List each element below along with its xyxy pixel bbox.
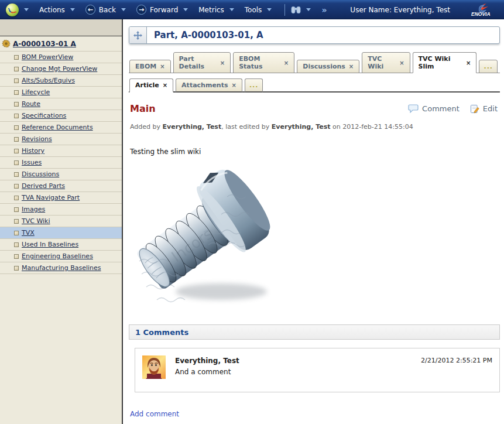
tab-overflow[interactable]: ... <box>479 60 498 73</box>
sidebar-item-label[interactable]: Specifications <box>22 112 66 119</box>
page-icon <box>14 149 19 153</box>
expand-title-button[interactable] <box>129 27 147 43</box>
edit-button-label: Edit <box>483 104 498 113</box>
sidebar-item-alts-subs-equivs[interactable]: Alts/Subs/Equivs <box>0 75 122 87</box>
sidebar-item-label[interactable]: TVA Navigate Part <box>22 194 80 201</box>
sidebar-item-label[interactable]: Used In Baselines <box>22 241 78 248</box>
forward-button[interactable]: → Forward <box>136 5 188 15</box>
sidebar-item-label[interactable]: TVC Wiki <box>22 217 50 225</box>
tab-label: EBOM Status <box>239 55 280 70</box>
comment-author: Everything, Test <box>175 357 239 365</box>
comment-button-label: Comment <box>422 104 460 113</box>
sidebar-item-issues[interactable]: Issues <box>0 157 122 169</box>
sidebar-item-lifecycle[interactable]: Lifecycle <box>0 87 122 98</box>
sidebar-item-label[interactable]: Manufacturing Baselines <box>22 264 101 272</box>
chevron-down-icon[interactable] <box>306 8 311 11</box>
sidebar-item-tvc-wiki[interactable]: TVC Wiki <box>0 216 122 227</box>
tab-tvc-wiki[interactable]: TVC Wiki × <box>362 52 410 73</box>
article-image-screw: Incors <box>133 162 274 308</box>
close-icon[interactable]: × <box>284 60 289 66</box>
tab-overflow[interactable]: ... <box>245 78 263 93</box>
sidebar: A-0000103-01 A BOM PowerView Change Mgt … <box>0 19 122 424</box>
tab-label: Article <box>135 81 159 89</box>
sidebar-item-change-mgt-powerview[interactable]: Change Mgt PowerView <box>0 63 122 75</box>
sidebar-item-manufacturing-baselines[interactable]: Manufacturing Baselines <box>0 262 122 274</box>
comments-header-bar: 1 Comments <box>129 324 500 340</box>
close-icon[interactable]: × <box>160 63 164 70</box>
page-icon <box>14 266 19 271</box>
sidebar-item-tvx[interactable]: TVX <box>0 227 122 239</box>
app-menu[interactable] <box>6 4 29 16</box>
add-comment-link[interactable]: Add comment <box>129 410 179 418</box>
tab-ebom-status[interactable]: EBOM Status × <box>233 52 294 73</box>
chevron-down-icon <box>70 8 75 11</box>
page-icon <box>14 90 19 95</box>
tab-attachments[interactable]: Attachments × <box>176 78 242 93</box>
sidebar-item-label[interactable]: Route <box>22 100 40 108</box>
sidebar-item-label[interactable]: Revisions <box>22 135 52 143</box>
sidebar-item-revisions[interactable]: Revisions <box>0 134 122 145</box>
tab-label: EBOM <box>135 63 156 70</box>
overflow-dots-icon: ... <box>484 63 493 70</box>
tab-part-details[interactable]: Part Details × <box>173 52 231 73</box>
close-icon[interactable]: × <box>231 82 236 88</box>
sidebar-item-label[interactable]: TVX <box>22 229 35 237</box>
sidebar-root-item[interactable]: A-0000103-01 A <box>0 36 122 52</box>
forward-button-label: Forward <box>150 6 178 14</box>
overflow-dots-icon: ... <box>249 81 259 89</box>
sidebar-root-link[interactable]: A-0000103-01 A <box>13 40 76 48</box>
tools-menu[interactable]: Tools <box>245 6 272 14</box>
sidebar-item-used-in-baselines[interactable]: Used In Baselines <box>0 239 122 251</box>
back-arrow-icon: ← <box>85 5 95 15</box>
search-button[interactable] <box>291 6 311 14</box>
article-title: Main <box>130 103 156 114</box>
object-title-bar: Part, A-0000103-01, A <box>129 26 500 44</box>
sidebar-item-derived-parts[interactable]: Derived Parts <box>0 180 122 192</box>
close-icon[interactable]: × <box>220 60 225 66</box>
sidebar-item-label[interactable]: Discussions <box>22 170 59 178</box>
sidebar-item-reference-documents[interactable]: Reference Documents <box>0 122 122 134</box>
tab-discussions[interactable]: Discussions × <box>297 60 359 73</box>
close-icon[interactable]: × <box>399 60 404 66</box>
sidebar-item-label[interactable]: Lifecycle <box>22 88 50 96</box>
sidebar-item-label[interactable]: Derived Parts <box>22 182 65 190</box>
binoculars-icon <box>291 6 301 14</box>
tab-label: Attachments <box>181 81 228 89</box>
sidebar-item-label[interactable]: Images <box>22 206 45 213</box>
actions-menu[interactable]: Actions <box>39 6 75 14</box>
chevron-down-icon[interactable] <box>121 8 126 11</box>
chevron-down-icon[interactable] <box>24 8 29 11</box>
close-icon[interactable]: × <box>466 60 471 66</box>
sidebar-item-label[interactable]: Reference Documents <box>22 124 93 131</box>
sidebar-item-bom-powerview[interactable]: BOM PowerView <box>0 52 122 63</box>
tab-article[interactable]: Article × <box>129 78 173 93</box>
sidebar-item-tva-navigate-part[interactable]: TVA Navigate Part <box>0 192 122 204</box>
tab-ebom[interactable]: EBOM × <box>129 60 171 73</box>
sidebar-item-label[interactable]: Issues <box>22 159 42 166</box>
close-icon[interactable]: × <box>163 82 167 88</box>
page-icon <box>14 55 19 60</box>
metrics-menu[interactable]: Metrics <box>198 6 234 14</box>
close-icon[interactable]: × <box>349 63 354 70</box>
sidebar-item-route[interactable]: Route <box>0 98 122 110</box>
tab-tvc-wiki-slim[interactable]: TVC Wiki Slim × <box>413 52 477 73</box>
toolbar-overflow-chevrons[interactable]: » <box>321 5 326 15</box>
sidebar-item-engineering-baselines[interactable]: Engineering Baselines <box>0 251 122 262</box>
sidebar-item-label[interactable]: History <box>22 147 44 155</box>
chevron-down-icon[interactable] <box>183 8 188 11</box>
chevron-down-icon <box>229 8 234 11</box>
edit-button[interactable]: Edit <box>470 104 498 114</box>
sidebar-item-label[interactable]: Alts/Subs/Equivs <box>22 77 75 84</box>
sidebar-item-specifications[interactable]: Specifications <box>0 110 122 122</box>
back-button[interactable]: ← Back <box>85 5 126 15</box>
sidebar-item-label[interactable]: Change Mgt PowerView <box>22 65 97 73</box>
move-plus-icon <box>133 31 142 40</box>
sidebar-item-history[interactable]: History <box>0 145 122 157</box>
sidebar-item-label[interactable]: BOM PowerView <box>22 53 73 61</box>
sidebar-item-label[interactable]: Engineering Baselines <box>22 252 93 260</box>
sidebar-item-discussions[interactable]: Discussions <box>0 169 122 180</box>
page-title: Part, A-0000103-01, A <box>147 27 499 43</box>
sidebar-item-images[interactable]: Images <box>0 204 122 216</box>
comment-button[interactable]: Comment <box>408 104 460 113</box>
back-button-label: Back <box>99 6 116 14</box>
